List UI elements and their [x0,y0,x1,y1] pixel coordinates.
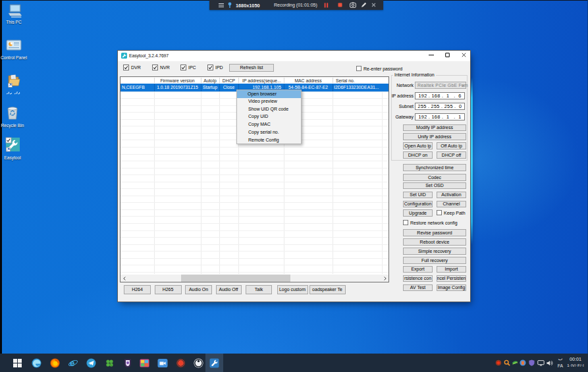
svg-text:e: e [70,358,74,368]
